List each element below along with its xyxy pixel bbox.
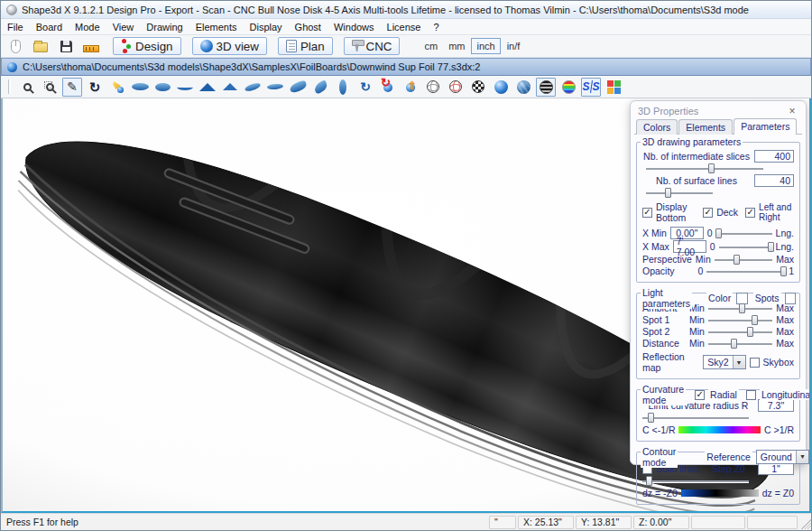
slices-slider[interactable] xyxy=(646,163,763,173)
spot2-slider[interactable] xyxy=(708,327,772,337)
step-z0-slider[interactable] xyxy=(642,476,749,486)
plan-label: Plan xyxy=(300,40,325,53)
reference-select[interactable]: Ground ▼ xyxy=(756,450,809,464)
rotate-3d-tool[interactable]: ↻ xyxy=(85,78,105,97)
left-right-checkbox[interactable]: ✓ xyxy=(745,208,755,218)
step-z0-input[interactable]: 1" xyxy=(758,462,794,475)
menu-help[interactable]: ? xyxy=(427,21,445,33)
tab-parameters[interactable]: Parameters xyxy=(734,118,797,135)
render-wireframe[interactable] xyxy=(423,78,443,97)
light-tool[interactable] xyxy=(107,78,127,97)
surface-lines-slider[interactable] xyxy=(646,188,713,198)
view-perspective-3[interactable] xyxy=(288,78,308,97)
xmin-slider[interactable] xyxy=(716,228,772,238)
view-front[interactable] xyxy=(333,78,353,97)
wireframe-red-sphere-icon xyxy=(449,80,462,93)
menu-elements[interactable]: Elements xyxy=(189,21,244,33)
close-icon[interactable]: × xyxy=(786,105,798,117)
menu-view[interactable]: View xyxy=(106,21,141,33)
document-title-bar[interactable]: C:\Users\thoma\Documents\S3d models\Shap… xyxy=(1,58,811,76)
reflection-map-value: Sky2 xyxy=(704,357,732,368)
step-z0-label: Step Z0 xyxy=(712,463,745,474)
render-reflection[interactable] xyxy=(536,78,556,97)
ambient-slider[interactable] xyxy=(708,303,772,313)
view-rocker[interactable] xyxy=(175,78,195,97)
view-perspective-2[interactable] xyxy=(265,78,285,97)
tab-colors[interactable]: Colors xyxy=(636,119,678,135)
longitudinal-checkbox[interactable] xyxy=(746,390,756,400)
design-mode-button[interactable]: Design xyxy=(113,37,181,55)
unit-in-f[interactable]: in/f xyxy=(503,39,525,53)
menu-board[interactable]: Board xyxy=(30,21,69,33)
resize-grip[interactable] xyxy=(799,516,811,529)
curvature-lines-toggle[interactable]: SS xyxy=(581,78,601,97)
view-slice-1[interactable] xyxy=(198,78,217,97)
dz-left-label: dz = -Z0 xyxy=(642,488,678,498)
menu-ghost[interactable]: Ghost xyxy=(289,21,328,33)
unit-inch[interactable]: inch xyxy=(471,38,500,54)
spin-x-button[interactable]: ↻ xyxy=(378,78,398,97)
limit-radius-input[interactable]: 7.3" xyxy=(758,399,794,412)
menu-license[interactable]: License xyxy=(381,21,428,33)
save-button[interactable] xyxy=(55,37,77,55)
menu-mode[interactable]: Mode xyxy=(69,21,106,33)
unit-cm[interactable]: cm xyxy=(420,39,442,53)
plan-mode-button[interactable]: Plan xyxy=(278,37,333,55)
radial-label: Radial xyxy=(708,389,739,400)
rotate-view-button[interactable]: ↻ xyxy=(355,78,375,97)
unit-mm[interactable]: mm xyxy=(444,39,469,53)
spots-color-swatch[interactable] xyxy=(785,293,796,304)
menu-file[interactable]: File xyxy=(1,21,30,33)
chevron-down-icon[interactable]: ▼ xyxy=(733,356,745,368)
measure-button[interactable] xyxy=(80,37,102,55)
wireframe-sphere-icon xyxy=(427,80,439,93)
spin-y-button[interactable]: ⇧ xyxy=(401,78,420,97)
pan-tool[interactable]: ✎ xyxy=(62,78,82,97)
xmax-input[interactable]: 7' 7.00 xyxy=(673,240,706,253)
3d-viewport[interactable]: 3D Properties × Colors Elements Paramete… xyxy=(1,98,811,513)
zoom-window-tool[interactable] xyxy=(40,78,60,97)
distance-label: Distance xyxy=(642,338,686,349)
view-perspective-1[interactable] xyxy=(243,78,263,97)
spot1-slider[interactable] xyxy=(708,315,772,325)
reflection-map-select[interactable]: Sky2 ▼ xyxy=(703,355,745,369)
slices-input[interactable]: 400 xyxy=(754,150,794,163)
board-blade-icon xyxy=(244,81,261,91)
panel-title-bar[interactable]: 3D Properties × xyxy=(631,101,806,118)
rotate-view-icon: ↻ xyxy=(360,80,371,93)
render-mesh[interactable] xyxy=(468,78,488,97)
board-blade2-icon xyxy=(267,83,284,90)
render-textured[interactable] xyxy=(513,78,533,97)
color-palette-button[interactable] xyxy=(604,78,623,97)
tab-elements[interactable]: Elements xyxy=(678,119,733,135)
cnc-mode-button[interactable]: CNC xyxy=(344,37,401,55)
menu-windows[interactable]: Windows xyxy=(328,21,381,33)
menu-drawing[interactable]: Drawing xyxy=(140,21,189,33)
render-solid[interactable] xyxy=(491,78,511,97)
opacity-slider[interactable] xyxy=(706,266,785,276)
view-outline-deck[interactable] xyxy=(152,78,172,97)
surface-lines-input[interactable]: 40 xyxy=(754,174,794,187)
mouse-settings-button[interactable] xyxy=(5,37,26,55)
render-wireframe-red[interactable] xyxy=(446,78,466,97)
lamp-icon xyxy=(113,81,122,92)
toolbar-grip[interactable] xyxy=(8,79,11,94)
view-outline-top[interactable] xyxy=(130,78,150,97)
view-slice-2[interactable] xyxy=(220,78,240,97)
xmax-slider[interactable] xyxy=(719,242,772,252)
radial-checkbox[interactable]: ✓ xyxy=(695,390,705,400)
distance-slider[interactable] xyxy=(708,339,772,349)
chevron-down-icon[interactable]: ▼ xyxy=(796,451,808,463)
zoom-in-tool[interactable] xyxy=(17,78,37,97)
render-curvature-map[interactable] xyxy=(558,78,578,97)
surface-lines-label: Nb. of surface lines xyxy=(642,175,751,186)
deck-checkbox[interactable]: ✓ xyxy=(703,208,713,218)
perspective-slider[interactable] xyxy=(715,255,772,265)
display-bottom-checkbox[interactable]: ✓ xyxy=(642,208,652,218)
limit-radius-slider[interactable] xyxy=(642,413,749,423)
3d-view-mode-button[interactable]: 3D view xyxy=(192,37,267,55)
view-perspective-4[interactable] xyxy=(310,78,330,97)
menu-display[interactable]: Display xyxy=(244,21,289,33)
skybox-checkbox[interactable] xyxy=(750,358,760,368)
open-file-button[interactable] xyxy=(30,37,51,55)
